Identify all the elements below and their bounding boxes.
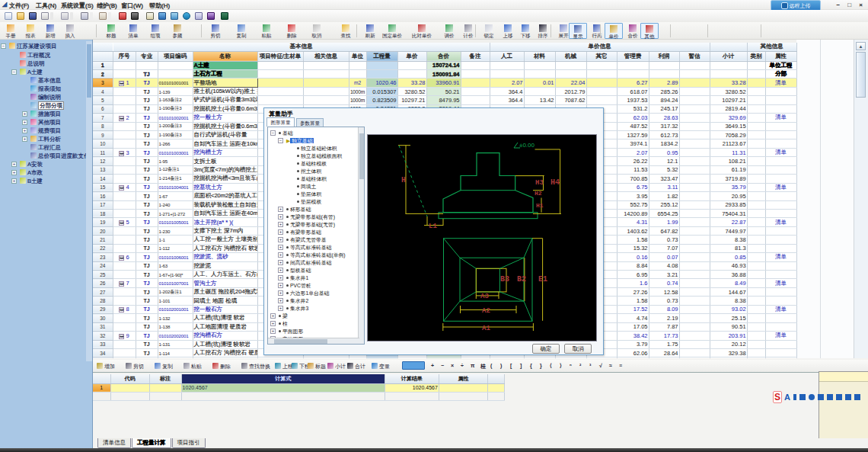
svg-text:A3: A3 (480, 293, 489, 300)
svg-text:L1: L1 (429, 223, 437, 230)
svg-text:B2: B2 (517, 275, 526, 284)
svg-text:B3: B3 (500, 275, 509, 284)
svg-text:±0.00: ±0.00 (519, 142, 535, 149)
svg-text:H3: H3 (535, 179, 544, 187)
svg-text:H4: H4 (550, 178, 560, 187)
svg-text:A2: A2 (482, 307, 490, 315)
svg-text:E1: E1 (538, 275, 547, 284)
svg-text:H1: H1 (536, 202, 544, 209)
svg-text:A1: A1 (482, 325, 490, 332)
svg-text:H2: H2 (535, 190, 542, 197)
svg-text:H: H (401, 176, 406, 184)
